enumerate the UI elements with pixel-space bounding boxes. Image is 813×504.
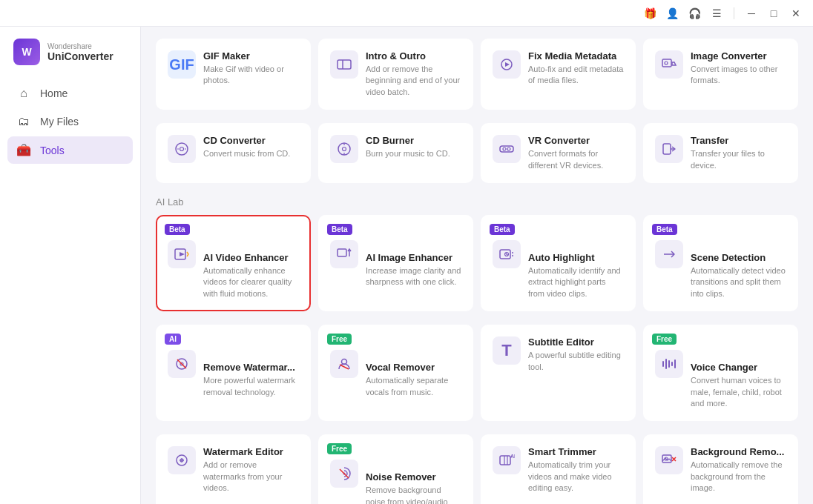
titlebar: 🎁 👤 🎧 ☰ ─ □ ✕ [0,0,813,27]
ai-image-enhancer-icon [330,240,358,268]
intro-outro-name: Intro & Outro [366,50,461,62]
close-button[interactable]: ✕ [788,5,804,21]
remove-watermark-badge: AI [165,334,181,345]
tool-vocal-remover[interactable]: Free Vocal Remover Automatically separat… [318,325,473,421]
svg-point-9 [343,147,346,151]
ai-lab-label: AI Lab [156,196,798,208]
user-icon[interactable]: 👤 [664,5,680,21]
svg-rect-36 [662,455,671,462]
svg-rect-13 [663,144,671,154]
ai-video-enhancer-name: AI Video Enhancer [203,252,299,263]
noise-remover-name: Noise Remover [366,471,461,483]
ai-image-enhancer-badge: Beta [327,224,352,235]
noise-remover-badge: Free [327,443,352,454]
cd-converter-icon [168,135,196,163]
tool-image-converter[interactable]: Image Converter Convert images to other … [643,39,798,110]
tools-section-ailab: Beta AI Video Enhancer Automatically enh… [156,215,798,311]
tool-vr-converter[interactable]: VR Converter Convert formats for differe… [481,123,636,183]
image-converter-desc: Convert images to other formats. [691,64,786,87]
vr-converter-desc: Convert formats for different VR devices… [528,148,624,171]
fix-media-metadata-name: Fix Media Metadata [528,50,624,62]
tool-ai-video-enhancer[interactable]: Beta AI Video Enhancer Automatically enh… [156,215,311,311]
vr-converter-icon [493,135,521,163]
intro-outro-desc: Add or remove the beginning and end of y… [366,64,461,98]
tool-ai-image-enhancer[interactable]: Beta AI Image Enhancer Increase image cl… [318,215,473,311]
sidebar-item-tools[interactable]: 🧰 Tools [7,136,133,164]
gift-icon[interactable]: 🎁 [642,5,658,21]
svg-point-7 [180,147,184,151]
tool-smart-trimmer[interactable]: AI Smart Trimmer Automatically trim your… [481,434,636,504]
tool-auto-highlight[interactable]: Beta Auto Highlight Automatically identi… [481,215,636,311]
sidebar-item-tools-label: Tools [40,145,65,156]
tool-watermark-editor[interactable]: Watermark Editor Add or remove watermark… [156,434,311,504]
svg-rect-17 [338,249,346,256]
watermark-editor-desc: Add or remove watermarks from your video… [203,460,299,494]
vr-converter-name: VR Converter [528,135,624,146]
tool-remove-watermark[interactable]: AI Remove Watermar... More powerful wate… [156,325,311,421]
smart-trimmer-icon: AI [493,446,521,474]
tool-cd-burner[interactable]: CD Burner Burn your music to CD. [318,123,473,183]
voice-changer-badge: Free [652,334,677,345]
ai-video-enhancer-badge: Beta [165,224,190,235]
svg-marker-16 [180,252,185,256]
transfer-icon [655,135,683,163]
transfer-name: Transfer [691,135,786,146]
noise-remover-icon [330,460,358,488]
smart-trimmer-name: Smart Trimmer [528,446,624,457]
svg-rect-10 [500,146,513,152]
svg-rect-0 [338,60,351,69]
menu-icon[interactable]: ☰ [708,5,725,21]
voice-changer-icon [655,350,683,378]
image-converter-icon [655,50,683,79]
sidebar-item-home-label: Home [40,87,68,99]
background-remo-desc: Automatically remove the background from… [691,460,786,494]
smart-trimmer-desc: Automatically trim your videos and make … [528,460,624,494]
gif-maker-icon: GIF [168,50,196,79]
cd-burner-icon [330,135,358,163]
fix-media-metadata-desc: Auto-fix and edit metadata of media file… [528,64,624,87]
ai-image-enhancer-desc: Increase image clarity and sharpness wit… [366,265,461,288]
cd-converter-desc: Convert music from CD. [203,148,299,159]
maximize-button[interactable]: □ [766,5,782,21]
cd-burner-desc: Burn your music to CD. [366,148,461,159]
app-body: W Wondershare UniConverter ⌂ Home 🗂 My F… [0,27,813,504]
tool-fix-media-metadata[interactable]: Fix Media Metadata Auto-fix and edit met… [481,39,636,110]
ai-image-enhancer-name: AI Image Enhancer [366,252,461,263]
sidebar-nav: ⌂ Home 🗂 My Files 🧰 Tools [0,80,140,164]
tool-subtitle-editor[interactable]: T Subtitle Editor A powerful subtitle ed… [481,325,636,421]
subtitle-editor-name: Subtitle Editor [528,336,624,348]
remove-watermark-icon [168,350,196,378]
sidebar-item-home[interactable]: ⌂ Home [7,80,133,107]
image-converter-name: Image Converter [691,50,786,62]
tool-gif-maker[interactable]: GIF GIF Maker Make Gif with video or pho… [156,39,311,110]
intro-outro-icon [330,50,358,79]
ai-video-enhancer-desc: Automatically enhance videos for clearer… [203,265,299,299]
voice-changer-name: Voice Changer [691,362,786,373]
sidebar: W Wondershare UniConverter ⌂ Home 🗂 My F… [0,27,141,504]
svg-point-11 [503,147,506,150]
logo-brand: Wondershare [47,42,113,50]
home-icon: ⌂ [16,87,31,100]
scene-detection-name: Scene Detection [691,252,786,263]
scene-detection-icon [655,240,683,268]
vocal-remover-desc: Automatically separate vocals from music… [366,375,461,398]
tool-background-remo[interactable]: Background Remo... Automatically remove … [643,434,798,504]
headset-icon[interactable]: 🎧 [686,5,702,21]
tool-transfer[interactable]: Transfer Transfer your files to device. [643,123,798,183]
sidebar-item-myfiles[interactable]: 🗂 My Files [7,108,133,135]
tools-section-ai-tools: AI Remove Watermar... More powerful wate… [156,325,798,421]
vocal-remover-name: Vocal Remover [366,362,461,373]
vocal-remover-badge: Free [327,334,352,345]
ai-video-enhancer-icon [168,240,196,268]
tool-cd-converter[interactable]: CD Converter Convert music from CD. [156,123,311,183]
minimize-button[interactable]: ─ [743,5,760,21]
vocal-remover-icon [330,350,358,378]
tool-voice-changer[interactable]: Free Voice Changer Convert human voices … [643,325,798,421]
sidebar-item-myfiles-label: My Files [40,116,79,127]
gif-maker-desc: Make Gif with video or photos. [203,64,299,87]
tool-noise-remover[interactable]: Free Noise Remover Remove background noi… [318,434,473,504]
tool-intro-outro[interactable]: Intro & Outro Add or remove the beginnin… [318,39,473,110]
tool-scene-detection[interactable]: Beta Scene Detection Automatically detec… [643,215,798,311]
background-remo-name: Background Remo... [691,446,786,457]
noise-remover-desc: Remove background noise from video/audio… [366,485,461,504]
